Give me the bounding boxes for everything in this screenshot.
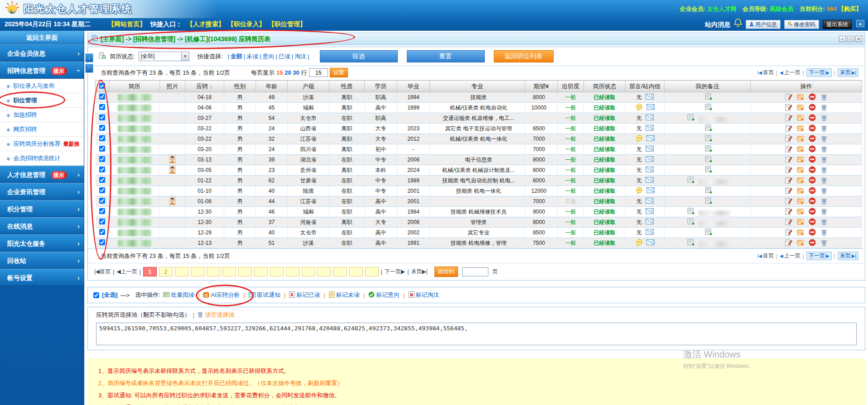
last-page-link[interactable]: 末页▶|	[411, 268, 427, 276]
send-mail-icon[interactable]	[646, 146, 654, 153]
sidebar-subitem-1[interactable]: ◈职位管理	[0, 93, 84, 108]
block-icon[interactable]	[809, 145, 816, 154]
edit-note-icon[interactable]	[785, 114, 792, 123]
column-header-10[interactable]: 期望¥	[525, 81, 558, 92]
page-slot-empty[interactable]	[333, 267, 347, 276]
row-checkbox[interactable]	[99, 167, 105, 172]
add-note-icon[interactable]	[687, 210, 695, 216]
column-header-9[interactable]: 专业	[430, 81, 525, 92]
mark-unread-link[interactable]: 标记未读	[329, 291, 360, 299]
block-icon[interactable]	[809, 176, 816, 185]
column-header-15[interactable]: 操作	[751, 81, 862, 92]
first-page-link[interactable]: |◀首页	[757, 69, 774, 76]
edit-note-icon[interactable]	[785, 124, 792, 133]
message-bubble-icon[interactable]	[636, 135, 643, 143]
edit-note-icon[interactable]	[785, 208, 792, 216]
delete-icon[interactable]	[820, 208, 828, 216]
page-slot-empty[interactable]	[318, 267, 331, 276]
last-page-link[interactable]: 末页▶|	[838, 68, 858, 77]
row-checkbox[interactable]	[99, 208, 105, 214]
clear-pool-link[interactable]: 清空选择池	[197, 311, 234, 319]
resume-number-cell[interactable]	[109, 207, 160, 217]
sidebar-group-5[interactable]: 在线消息›	[0, 217, 84, 234]
header-select-all[interactable]	[96, 81, 109, 92]
sidebar-subitem-4[interactable]: ◈应聘简历分析推荐最新推出	[0, 137, 84, 151]
edit-note-icon[interactable]	[785, 218, 792, 227]
send-mail-icon[interactable]	[646, 229, 654, 236]
next-page-link[interactable]: 下一页▶	[806, 252, 832, 260]
column-header-7[interactable]: 学历	[365, 81, 397, 92]
edit-note-icon[interactable]	[785, 135, 792, 143]
change-password-button[interactable]: 修改密码	[784, 20, 819, 29]
column-header-5[interactable]: 户籍	[288, 81, 329, 92]
interview-invite-icon[interactable]	[797, 218, 804, 227]
sidebar-group-1[interactable]: 招聘信息管理提示›	[0, 62, 84, 79]
collapse-right-icon[interactable]: ›	[85, 53, 93, 62]
row-checkbox[interactable]	[99, 146, 105, 152]
resume-number-cell[interactable]	[109, 176, 160, 186]
edit-note-icon[interactable]	[785, 166, 792, 175]
set-per-page-button[interactable]: 设置	[330, 68, 348, 77]
send-mail-icon[interactable]	[646, 94, 654, 101]
row-checkbox[interactable]	[99, 229, 105, 235]
row-checkbox[interactable]	[99, 104, 105, 110]
quick-link-2[interactable]: 【职位管理】	[268, 20, 306, 28]
jump-to-button[interactable]: 跳转到	[434, 267, 458, 277]
back-to-jobs-button[interactable]: 返回职位列表	[494, 50, 554, 62]
row-checkbox[interactable]	[99, 219, 105, 224]
add-note-icon[interactable]	[705, 199, 713, 205]
add-note-icon[interactable]	[705, 126, 713, 133]
resume-number-cell[interactable]	[109, 165, 160, 176]
add-note-icon[interactable]	[687, 178, 695, 185]
reset-button[interactable]: 重置	[407, 50, 485, 62]
row-checkbox[interactable]	[99, 198, 105, 204]
send-mail-icon[interactable]	[646, 167, 654, 174]
minimize-icon[interactable]: −	[839, 36, 846, 42]
page-slot-empty[interactable]	[349, 267, 363, 276]
column-header-14[interactable]: 我的备注	[665, 81, 751, 92]
header-checkbox[interactable]	[99, 83, 105, 89]
interview-invite-icon[interactable]	[797, 239, 804, 248]
batch-read-link[interactable]: 批量阅读	[163, 291, 194, 299]
edit-note-icon[interactable]	[785, 176, 792, 185]
interview-invite-icon[interactable]	[797, 229, 804, 237]
add-note-icon[interactable]	[705, 157, 713, 164]
interview-invite-icon[interactable]	[797, 208, 804, 216]
delete-icon[interactable]	[820, 124, 828, 133]
add-note-icon[interactable]	[705, 105, 713, 112]
sidebar-group-6[interactable]: 阳光太仓服务›	[0, 234, 84, 252]
page-slot-empty[interactable]	[270, 267, 284, 276]
page-slot-empty[interactable]	[191, 267, 204, 276]
sidebar-subitem-2[interactable]: ◈加急招聘	[0, 108, 84, 122]
add-note-icon[interactable]	[705, 137, 713, 143]
column-header-13[interactable]: 留言/站内信	[626, 81, 665, 92]
resume-status-select[interactable]: [全部] ▼	[139, 52, 189, 61]
prev-page-link[interactable]: ◀上一页	[116, 268, 137, 276]
column-header-12[interactable]: 简历状态	[584, 81, 626, 92]
resume-number-cell[interactable]	[109, 196, 160, 207]
interview-invite-icon[interactable]	[797, 187, 804, 195]
mark-read-link[interactable]: A标记已读	[289, 291, 320, 299]
resume-number-cell[interactable]	[109, 92, 160, 103]
send-mail-icon[interactable]	[646, 208, 654, 215]
send-mail-icon[interactable]	[646, 187, 655, 195]
column-header-6[interactable]: 性质	[329, 81, 365, 92]
column-header-11[interactable]: 迫切度	[558, 81, 584, 92]
delete-icon[interactable]	[820, 229, 828, 237]
page-slot-empty[interactable]	[238, 267, 252, 276]
interview-invite-icon[interactable]	[797, 124, 804, 133]
quick-option-1[interactable]: 未读	[246, 53, 258, 60]
page-button-1[interactable]: 1	[143, 267, 157, 276]
sidebar-group-3[interactable]: 企业资讯管理›	[0, 183, 84, 200]
column-header-0[interactable]: 简历	[109, 81, 160, 92]
send-mail-icon[interactable]	[646, 125, 654, 132]
send-mail-icon[interactable]	[646, 177, 654, 184]
column-header-2[interactable]: 应聘 ↓	[185, 81, 224, 92]
delete-icon[interactable]	[820, 156, 828, 164]
jump-page-input[interactable]	[462, 267, 488, 276]
resume-number-cell[interactable]	[109, 134, 160, 144]
send-mail-icon[interactable]	[646, 114, 654, 122]
site-home-link[interactable]: 【网站首页】	[108, 20, 146, 28]
block-icon[interactable]	[809, 93, 816, 102]
edit-note-icon[interactable]	[785, 104, 792, 112]
